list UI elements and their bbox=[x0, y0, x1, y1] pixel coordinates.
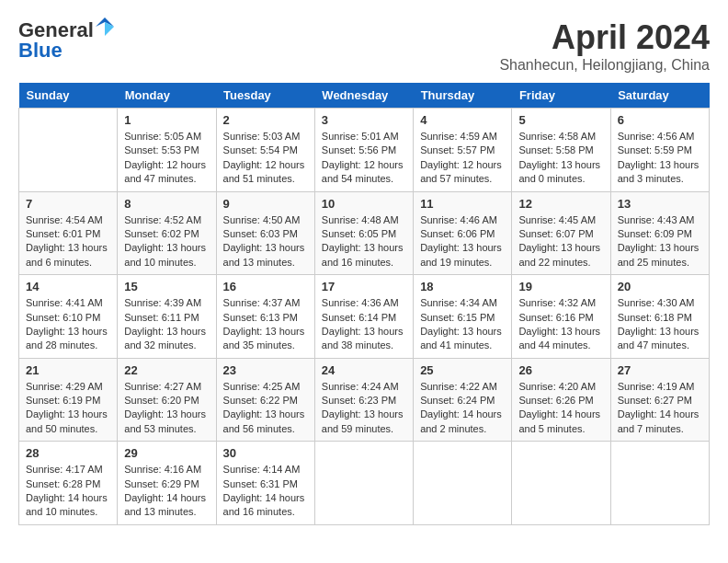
day-number: 20 bbox=[618, 280, 702, 293]
day-number: 25 bbox=[420, 363, 505, 377]
day-number: 29 bbox=[124, 446, 209, 460]
day-number: 30 bbox=[223, 446, 308, 460]
day-number: 23 bbox=[223, 363, 308, 377]
page-header: General Blue April 2024 Shanhecun, Heilo… bbox=[18, 18, 710, 74]
calendar-cell: 28Sunrise: 4:17 AMSunset: 6:28 PMDayligh… bbox=[19, 442, 118, 525]
day-number: 6 bbox=[618, 113, 702, 127]
calendar-cell bbox=[314, 442, 413, 525]
day-number: 22 bbox=[124, 363, 209, 377]
day-number: 1 bbox=[124, 113, 209, 127]
day-number: 28 bbox=[26, 446, 110, 460]
cell-text: Sunrise: 4:36 AMSunset: 6:14 PMDaylight:… bbox=[322, 296, 406, 353]
calendar-cell: 11Sunrise: 4:46 AMSunset: 6:06 PMDayligh… bbox=[414, 191, 512, 275]
cell-text: Sunrise: 4:14 AMSunset: 6:31 PMDaylight:… bbox=[223, 463, 308, 520]
cell-text: Sunrise: 5:05 AMSunset: 5:53 PMDaylight:… bbox=[124, 130, 209, 187]
calendar-cell: 19Sunrise: 4:32 AMSunset: 6:16 PMDayligh… bbox=[512, 275, 610, 359]
cell-text: Sunrise: 4:19 AMSunset: 6:27 PMDaylight:… bbox=[618, 380, 702, 437]
cell-text: Sunrise: 4:34 AMSunset: 6:15 PMDaylight:… bbox=[420, 296, 505, 353]
calendar-cell: 4Sunrise: 4:59 AMSunset: 5:57 PMDaylight… bbox=[414, 109, 512, 192]
day-number: 5 bbox=[518, 113, 603, 127]
calendar-cell: 18Sunrise: 4:34 AMSunset: 6:15 PMDayligh… bbox=[414, 275, 512, 359]
weekday-header-row: SundayMondayTuesdayWednesdayThursdayFrid… bbox=[19, 83, 710, 109]
cell-text: Sunrise: 4:41 AMSunset: 6:10 PMDaylight:… bbox=[26, 296, 110, 353]
calendar-cell: 25Sunrise: 4:22 AMSunset: 6:24 PMDayligh… bbox=[414, 358, 512, 442]
weekday-header-cell: Wednesday bbox=[314, 83, 413, 109]
calendar-cell bbox=[512, 442, 610, 525]
calendar-cell: 1Sunrise: 5:05 AMSunset: 5:53 PMDaylight… bbox=[118, 109, 216, 192]
day-number: 4 bbox=[420, 113, 505, 127]
day-number: 8 bbox=[124, 197, 209, 211]
day-number: 27 bbox=[618, 363, 702, 377]
calendar-cell: 17Sunrise: 4:36 AMSunset: 6:14 PMDayligh… bbox=[314, 275, 413, 359]
day-number: 21 bbox=[26, 363, 110, 377]
calendar-cell: 6Sunrise: 4:56 AMSunset: 5:59 PMDaylight… bbox=[610, 109, 709, 192]
weekday-header-cell: Monday bbox=[118, 83, 216, 109]
calendar-week-row: 21Sunrise: 4:29 AMSunset: 6:19 PMDayligh… bbox=[19, 358, 710, 442]
day-number: 12 bbox=[518, 197, 603, 211]
logo-icon bbox=[96, 17, 114, 36]
calendar-cell: 22Sunrise: 4:27 AMSunset: 6:20 PMDayligh… bbox=[118, 358, 216, 442]
calendar-cell: 15Sunrise: 4:39 AMSunset: 6:11 PMDayligh… bbox=[118, 275, 216, 359]
calendar-cell: 7Sunrise: 4:54 AMSunset: 6:01 PMDaylight… bbox=[19, 191, 118, 275]
cell-text: Sunrise: 4:30 AMSunset: 6:18 PMDaylight:… bbox=[618, 296, 702, 353]
month-title: April 2024 bbox=[499, 18, 710, 57]
day-number: 7 bbox=[26, 197, 110, 211]
day-number: 13 bbox=[618, 197, 702, 211]
calendar-cell: 26Sunrise: 4:20 AMSunset: 6:26 PMDayligh… bbox=[512, 358, 610, 442]
calendar-cell bbox=[414, 442, 512, 525]
cell-text: Sunrise: 4:27 AMSunset: 6:20 PMDaylight:… bbox=[124, 380, 209, 437]
day-number: 24 bbox=[322, 363, 406, 377]
calendar-cell: 20Sunrise: 4:30 AMSunset: 6:18 PMDayligh… bbox=[610, 275, 709, 359]
calendar-cell: 23Sunrise: 4:25 AMSunset: 6:22 PMDayligh… bbox=[216, 358, 314, 442]
day-number: 18 bbox=[420, 280, 505, 293]
calendar-cell bbox=[610, 442, 709, 525]
day-number: 2 bbox=[223, 113, 308, 127]
cell-text: Sunrise: 4:54 AMSunset: 6:01 PMDaylight:… bbox=[26, 213, 110, 270]
cell-text: Sunrise: 4:17 AMSunset: 6:28 PMDaylight:… bbox=[26, 463, 110, 520]
calendar-cell: 10Sunrise: 4:48 AMSunset: 6:05 PMDayligh… bbox=[314, 191, 413, 275]
cell-text: Sunrise: 4:29 AMSunset: 6:19 PMDaylight:… bbox=[26, 380, 110, 437]
cell-text: Sunrise: 4:45 AMSunset: 6:07 PMDaylight:… bbox=[518, 213, 603, 270]
location-title: Shanhecun, Heilongjiang, China bbox=[499, 57, 710, 74]
cell-text: Sunrise: 4:32 AMSunset: 6:16 PMDaylight:… bbox=[518, 296, 603, 353]
calendar-cell bbox=[19, 109, 118, 192]
cell-text: Sunrise: 4:20 AMSunset: 6:26 PMDaylight:… bbox=[518, 380, 603, 437]
calendar-cell: 14Sunrise: 4:41 AMSunset: 6:10 PMDayligh… bbox=[19, 275, 118, 359]
cell-text: Sunrise: 4:22 AMSunset: 6:24 PMDaylight:… bbox=[420, 380, 505, 437]
calendar-cell: 2Sunrise: 5:03 AMSunset: 5:54 PMDaylight… bbox=[216, 109, 314, 192]
day-number: 17 bbox=[322, 280, 406, 293]
cell-text: Sunrise: 4:24 AMSunset: 6:23 PMDaylight:… bbox=[322, 380, 406, 437]
calendar-cell: 29Sunrise: 4:16 AMSunset: 6:29 PMDayligh… bbox=[118, 442, 216, 525]
day-number: 10 bbox=[322, 197, 406, 211]
calendar-week-row: 1Sunrise: 5:05 AMSunset: 5:53 PMDaylight… bbox=[19, 109, 710, 192]
cell-text: Sunrise: 5:03 AMSunset: 5:54 PMDaylight:… bbox=[223, 130, 308, 187]
calendar-week-row: 7Sunrise: 4:54 AMSunset: 6:01 PMDaylight… bbox=[19, 191, 710, 275]
cell-text: Sunrise: 4:52 AMSunset: 6:02 PMDaylight:… bbox=[124, 213, 209, 270]
day-number: 9 bbox=[223, 197, 308, 211]
cell-text: Sunrise: 4:58 AMSunset: 5:58 PMDaylight:… bbox=[518, 130, 603, 187]
calendar-cell: 16Sunrise: 4:37 AMSunset: 6:13 PMDayligh… bbox=[216, 275, 314, 359]
day-number: 26 bbox=[518, 363, 603, 377]
day-number: 19 bbox=[518, 280, 603, 293]
day-number: 14 bbox=[26, 280, 110, 293]
calendar-cell: 8Sunrise: 4:52 AMSunset: 6:02 PMDaylight… bbox=[118, 191, 216, 275]
calendar-week-row: 28Sunrise: 4:17 AMSunset: 6:28 PMDayligh… bbox=[19, 442, 710, 525]
day-number: 11 bbox=[420, 197, 505, 211]
calendar-cell: 9Sunrise: 4:50 AMSunset: 6:03 PMDaylight… bbox=[216, 191, 314, 275]
weekday-header-cell: Sunday bbox=[19, 83, 118, 109]
logo: General Blue bbox=[18, 18, 114, 63]
cell-text: Sunrise: 4:46 AMSunset: 6:06 PMDaylight:… bbox=[420, 213, 505, 270]
calendar-cell: 13Sunrise: 4:43 AMSunset: 6:09 PMDayligh… bbox=[610, 191, 709, 275]
cell-text: Sunrise: 4:56 AMSunset: 5:59 PMDaylight:… bbox=[618, 130, 702, 187]
cell-text: Sunrise: 4:59 AMSunset: 5:57 PMDaylight:… bbox=[420, 130, 505, 187]
day-number: 3 bbox=[322, 113, 406, 127]
weekday-header-cell: Thursday bbox=[414, 83, 512, 109]
title-block: April 2024 Shanhecun, Heilongjiang, Chin… bbox=[499, 18, 710, 74]
calendar-cell: 27Sunrise: 4:19 AMSunset: 6:27 PMDayligh… bbox=[610, 358, 709, 442]
cell-text: Sunrise: 4:50 AMSunset: 6:03 PMDaylight:… bbox=[223, 213, 308, 270]
day-number: 15 bbox=[124, 280, 209, 293]
cell-text: Sunrise: 4:16 AMSunset: 6:29 PMDaylight:… bbox=[124, 463, 209, 520]
calendar-cell: 30Sunrise: 4:14 AMSunset: 6:31 PMDayligh… bbox=[216, 442, 314, 525]
calendar-table: SundayMondayTuesdayWednesdayThursdayFrid… bbox=[18, 83, 710, 525]
logo-blue: Blue bbox=[18, 39, 63, 63]
